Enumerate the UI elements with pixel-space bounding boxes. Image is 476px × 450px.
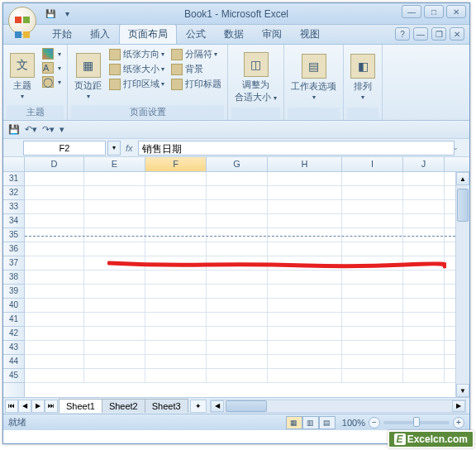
scroll-track[interactable] <box>456 185 469 384</box>
cell[interactable] <box>403 369 445 382</box>
cell[interactable] <box>403 172 445 185</box>
name-box-dropdown[interactable]: ▾ <box>107 141 121 156</box>
cell[interactable] <box>145 186 207 199</box>
cell[interactable] <box>84 186 145 199</box>
cell[interactable] <box>342 369 403 382</box>
size-button[interactable]: 纸张大小▾ <box>107 62 167 76</box>
sheet-options-button[interactable]: ▤ 工作表选项 ▾ <box>288 47 340 108</box>
cell[interactable] <box>268 214 342 227</box>
cell[interactable] <box>342 186 403 199</box>
cell[interactable] <box>268 200 342 213</box>
cell[interactable] <box>403 214 445 227</box>
sheet-tab-2[interactable]: Sheet2 <box>102 399 145 413</box>
row-header-36[interactable]: 36 <box>3 242 24 256</box>
cell[interactable] <box>207 172 268 185</box>
row-header-33[interactable]: 33 <box>3 200 24 214</box>
qat2-redo-icon[interactable]: ↷▾ <box>42 124 55 135</box>
cell[interactable] <box>403 242 445 256</box>
vertical-scrollbar[interactable]: ▲ ▼ <box>455 172 469 397</box>
cell[interactable] <box>25 355 84 368</box>
tab-page-layout[interactable]: 页面布局 <box>119 24 177 44</box>
cell[interactable] <box>145 341 207 354</box>
arrange-button[interactable]: ◧ 排列 ▾ <box>347 47 378 108</box>
cell[interactable] <box>403 186 445 199</box>
cell[interactable] <box>25 299 84 312</box>
cell[interactable] <box>145 369 207 382</box>
cell[interactable] <box>25 200 84 213</box>
sheet-tab-1[interactable]: Sheet1 <box>59 399 102 413</box>
name-box[interactable]: F2 <box>23 141 106 156</box>
row-header-39[interactable]: 39 <box>3 285 24 299</box>
zoom-level[interactable]: 100% <box>342 418 365 428</box>
tab-view[interactable]: 视图 <box>291 24 329 44</box>
zoom-in-button[interactable]: + <box>453 417 464 428</box>
cell[interactable] <box>342 341 403 354</box>
cell[interactable] <box>25 256 84 270</box>
cell[interactable] <box>207 285 268 298</box>
cell[interactable] <box>342 285 403 298</box>
print-titles-button[interactable]: 打印标题 <box>169 77 224 91</box>
row-header-34[interactable]: 34 <box>3 214 24 228</box>
view-page-layout-button[interactable]: ▥ <box>302 416 319 429</box>
row-header-43[interactable]: 43 <box>3 341 24 355</box>
cell[interactable] <box>207 242 268 256</box>
cell[interactable] <box>403 313 445 326</box>
fx-button[interactable]: fx <box>121 143 138 153</box>
cell[interactable] <box>403 341 445 354</box>
cell[interactable] <box>207 214 268 227</box>
help-icon[interactable]: ? <box>395 27 410 41</box>
cell[interactable] <box>268 341 342 354</box>
cell[interactable] <box>25 270 84 284</box>
cell[interactable] <box>207 270 268 284</box>
cell[interactable] <box>207 341 268 354</box>
qat2-undo-icon[interactable]: ↶▾ <box>25 124 37 135</box>
doc-restore-button[interactable]: ❐ <box>431 27 446 41</box>
cell[interactable] <box>145 270 207 284</box>
cell[interactable] <box>268 228 342 242</box>
cell[interactable] <box>342 355 403 368</box>
tab-home[interactable]: 开始 <box>43 24 81 44</box>
cell[interactable] <box>145 313 207 326</box>
themes-button[interactable]: 文 主题 ▾ <box>7 47 38 105</box>
cell[interactable] <box>207 299 268 312</box>
qat-dropdown-icon[interactable]: ▾ <box>60 7 74 22</box>
row-header-45[interactable]: 45 <box>3 369 24 383</box>
cell[interactable] <box>268 172 342 185</box>
cell[interactable] <box>25 186 84 199</box>
cell[interactable] <box>342 327 403 340</box>
row-header-35[interactable]: 35 <box>3 228 24 242</box>
sheet-next-icon[interactable]: ▶ <box>31 400 45 413</box>
column-header-F[interactable]: F <box>145 157 207 171</box>
maximize-button[interactable]: □ <box>424 5 444 18</box>
cell[interactable] <box>268 313 342 326</box>
cell[interactable] <box>25 341 84 354</box>
row-header-38[interactable]: 38 <box>3 270 24 285</box>
scale-to-fit-button[interactable]: ◫ 调整为 合适大小 ▾ <box>231 47 280 108</box>
cell[interactable] <box>84 327 145 340</box>
cell[interactable] <box>268 299 342 312</box>
cell[interactable] <box>145 228 207 242</box>
cell[interactable] <box>403 327 445 340</box>
row-header-40[interactable]: 40 <box>3 299 24 313</box>
cell[interactable] <box>25 242 84 256</box>
cell[interactable] <box>268 285 342 298</box>
add-sheet-button[interactable]: ✦ <box>190 400 207 413</box>
theme-fonts-button[interactable]: A▾ <box>40 61 64 74</box>
cell[interactable] <box>342 172 403 185</box>
cell[interactable] <box>25 327 84 340</box>
cell[interactable] <box>403 200 445 213</box>
column-header-I[interactable]: I <box>342 157 403 171</box>
cell[interactable] <box>84 285 145 298</box>
row-header-37[interactable]: 37 <box>3 256 24 270</box>
cell[interactable] <box>25 214 84 227</box>
cell[interactable] <box>342 242 403 256</box>
doc-close-button[interactable]: ✕ <box>450 27 464 41</box>
cell[interactable] <box>25 285 84 298</box>
cell[interactable] <box>403 228 445 242</box>
cell[interactable] <box>342 270 403 284</box>
row-header-31[interactable]: 31 <box>3 172 24 186</box>
cell[interactable] <box>207 327 268 340</box>
margins-button[interactable]: ▦ 页边距 ▾ <box>71 47 105 105</box>
qat2-customize-icon[interactable]: ▾ <box>60 124 64 135</box>
column-header-G[interactable]: G <box>207 157 268 171</box>
